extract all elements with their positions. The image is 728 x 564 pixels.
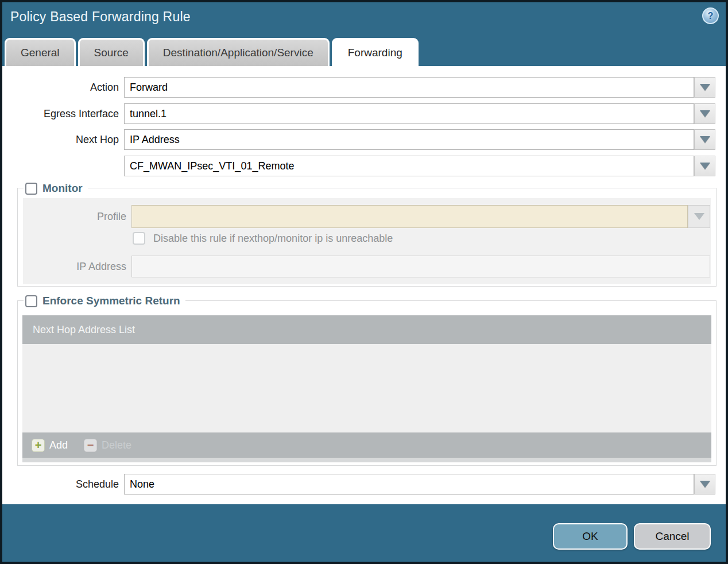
enforce-symmetric-return-fieldset: Enforce Symmetric Return Next Hop Addres… [17,300,717,466]
next-hop-address-list-toolbar: + Add − Delete [22,432,711,458]
action-label: Action [0,77,119,98]
help-icon[interactable]: ? [702,7,719,24]
next-hop-type-dropdown-button[interactable] [694,129,715,150]
profile-select-disabled [131,205,688,228]
profile-label: Profile [23,205,126,228]
next-hop-address-select[interactable] [124,156,694,176]
schedule-dropdown-button[interactable] [694,474,715,495]
forwarding-tab-panel: Action Egress Interface Next Hop Monitor… [0,66,728,504]
dialog-title: Policy Based Forwarding Rule [10,9,191,25]
monitor-panel: Profile Disable this rule if nexthop/mon… [23,198,711,284]
dialog-titlebar: Policy Based Forwarding Rule ? [0,0,728,37]
monitor-legend-label: Monitor [42,182,83,195]
chevron-down-icon [700,110,710,117]
minus-icon: − [84,439,97,452]
chevron-down-icon [700,136,710,143]
ok-button[interactable]: OK [553,523,628,550]
next-hop-address-list-table: Next Hop Address List + Add − Delete [22,315,711,462]
policy-based-forwarding-dialog: Policy Based Forwarding Rule ? General S… [0,0,728,564]
dialog-button-bar: OK Cancel [0,504,728,564]
enforce-symmetric-return-legend-label: Enforce Symmetric Return [42,295,180,307]
chevron-down-icon [694,213,704,220]
monitor-fieldset: Monitor Profile Disable this rule if nex… [17,188,717,287]
chevron-down-icon [700,84,710,91]
monitor-ip-address-label: IP Address [23,256,126,277]
monitor-ip-address-input-disabled [131,256,710,277]
next-hop-address-list-body [22,344,711,432]
next-hop-type-select[interactable] [124,129,694,150]
profile-dropdown-button-disabled [688,205,710,228]
cancel-button[interactable]: Cancel [634,523,711,550]
tab-source[interactable]: Source [78,38,145,66]
enforce-symmetric-return-legend: Enforce Symmetric Return [24,292,185,310]
schedule-select[interactable] [124,474,694,495]
tab-general[interactable]: General [5,38,76,66]
schedule-label: Schedule [0,474,119,495]
next-hop-address-list-header: Next Hop Address List [22,315,711,344]
tab-destination-application-service[interactable]: Destination/Application/Service [147,38,330,66]
chevron-down-icon [700,481,710,488]
add-button-label: Add [49,439,68,451]
add-button[interactable]: + Add [32,439,68,452]
plus-icon: + [32,439,45,452]
enforce-symmetric-return-checkbox[interactable] [25,295,37,307]
disable-rule-label: Disable this rule if nexthop/monitor ip … [153,231,393,246]
next-hop-address-dropdown-button[interactable] [694,156,715,176]
delete-button-label: Delete [102,439,131,451]
table-bottom-strip [22,458,711,462]
tab-bar: General Source Destination/Application/S… [5,38,419,66]
action-dropdown-button[interactable] [694,77,715,98]
delete-button-disabled: − Delete [84,439,131,452]
egress-interface-dropdown-button[interactable] [694,103,715,124]
tab-forwarding[interactable]: Forwarding [332,38,419,66]
monitor-legend: Monitor [24,180,88,197]
egress-interface-select[interactable] [124,103,694,124]
disable-rule-checkbox [133,232,145,245]
next-hop-label: Next Hop [0,129,119,150]
egress-interface-label: Egress Interface [0,103,119,124]
chevron-down-icon [700,163,710,169]
action-select[interactable] [124,77,694,98]
monitor-checkbox[interactable] [25,183,37,195]
